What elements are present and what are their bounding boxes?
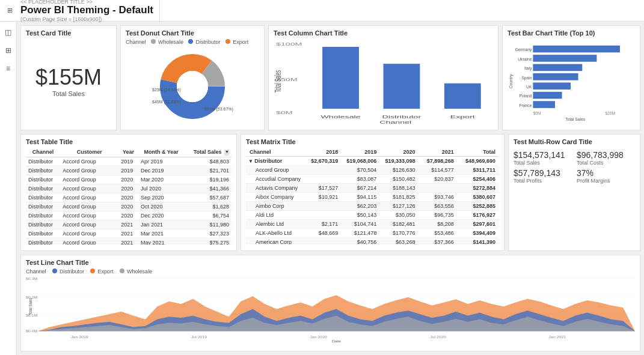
matrix-cell-value: $63,556 — [419, 202, 458, 211]
test-card-label: Total Sales — [52, 90, 85, 97]
matrix-cell-value — [306, 202, 342, 211]
multirow-cell: $57,789,143Total Profits — [514, 168, 572, 184]
mth-2021: 2021 — [419, 148, 458, 157]
multirow-title: Test Multi-Row Card Title — [514, 138, 635, 145]
table-cell: Jan 2021 — [138, 220, 184, 229]
expand-icon[interactable]: ▼ — [248, 159, 254, 164]
mth-2020: 2020 — [380, 148, 419, 157]
table-cell: 2020 — [118, 175, 138, 184]
th-channel: Channel — [26, 148, 60, 157]
matrix-cell-value: $70,504 — [342, 166, 380, 175]
nav-icon-2[interactable]: ⊞ — [5, 6, 14, 16]
table-card: Test Table Title Channel Customer Year M… — [20, 134, 237, 251]
line-x-jan19: Jan 2019 — [71, 335, 88, 339]
matrix-cell-label: ALK-Abello Ltd — [246, 229, 306, 238]
table-cell: $11,980 — [184, 220, 232, 229]
matrix-cell-value — [306, 211, 342, 220]
bar-fill-ukraine — [533, 55, 596, 62]
table-cell: Accord Group — [60, 202, 118, 211]
matrix-cell-value: $96,735 — [419, 211, 458, 220]
table-cell: Distributor — [26, 229, 60, 238]
matrix-cell-value: $94,115 — [342, 193, 380, 202]
matrix-cell-label: American Corp — [246, 238, 306, 245]
table-row: DistributorAccord Group2020Jul 2020$41,3… — [26, 184, 232, 193]
bar-label-poland: Poland — [519, 94, 532, 98]
table-cell: Distributor — [26, 184, 60, 193]
line-x-jul19: Jul 2019 — [191, 335, 207, 339]
matrix-row: Aimbo Corp$62,203$127,126$63,556$252,885 — [246, 202, 499, 211]
matrix-cell-value: $37,366 — [419, 238, 458, 245]
table-cell: Mar 2020 — [138, 175, 184, 184]
data-table: Channel Customer Year Month & Year Total… — [26, 148, 232, 244]
column-card: Test Column Chart Title $100M $50M $0M T… — [268, 25, 498, 130]
col-channel-label: Channel — [379, 120, 411, 124]
matrix-body: ▼ Distributor$2,670,319$19,068,006$19,33… — [246, 157, 499, 245]
multirow-value: $96,783,998 — [577, 150, 635, 160]
bar-label-italy: Italy — [524, 66, 532, 71]
matrix-cell-value: $30,050 — [380, 211, 419, 220]
donut-label-3: $83M (53.67%) — [204, 107, 233, 112]
matrix-cell-value: $121,478 — [342, 229, 380, 238]
nav-left: << PLACEHOLDER TITLE >> Power BI Theming… — [20, 0, 160, 22]
table-cell: Dec 2019 — [138, 166, 184, 175]
table-scroll[interactable]: Channel Customer Year Month & Year Total… — [26, 148, 232, 244]
table-cell: 2021 — [118, 229, 138, 238]
table-cell: 2021 — [118, 238, 138, 244]
sidebar-icon-3[interactable]: ≡ — [2, 62, 14, 74]
matrix-cell-value: $17,527 — [306, 184, 342, 193]
donut-title: Test Donut Chart Title — [126, 29, 259, 37]
matrix-cell-value: $50,143 — [342, 211, 380, 220]
bar-fill-france — [533, 101, 555, 108]
table-cell: 2020 — [118, 193, 138, 202]
matrix-cell-label: Accord Group — [246, 166, 306, 175]
table-cell: Jul 2020 — [138, 184, 184, 193]
table-cell: May 2021 — [138, 238, 184, 244]
sidebar-icon-1[interactable]: ◫ — [2, 26, 14, 38]
table-cell: 2020 — [118, 211, 138, 220]
matrix-cell-value: $150,482 — [380, 175, 419, 184]
table-cell: Accord Group — [60, 220, 118, 229]
matrix-cell-value: $311,711 — [458, 166, 499, 175]
col-x-label-2: Distributor — [382, 115, 422, 120]
table-cell: $21,701 — [184, 166, 232, 175]
table-cell: Accord Group — [60, 175, 118, 184]
mth-2019: 2019 — [342, 148, 380, 157]
matrix-cell-value: $176,927 — [458, 211, 499, 220]
bar-y-axis-label: Country — [509, 74, 514, 88]
column-svg: $100M $50M $0M Total Sales Wholesale Dis — [274, 39, 493, 124]
table-cell: Distributor — [26, 166, 60, 175]
test-card: Test Card Title $155M Total Sales — [20, 25, 117, 130]
donut-legend-distributor: Distributor — [188, 39, 221, 45]
table-cell: $19,196 — [184, 175, 232, 184]
table-row: DistributorAccord Group2020Dec 2020$6,75… — [26, 211, 232, 220]
donut-area: $23M (14.64%) $49M (31.68%) $83M (53.67%… — [126, 47, 259, 125]
line-svg: $0.3M $0.2M $0.1M $0.0M Total Sales — [26, 276, 635, 342]
table-cell: Accord Group — [60, 229, 118, 238]
bottom-section: Test Line Chart Title Channel Distributo… — [20, 255, 640, 351]
table-cell: 2020 — [118, 184, 138, 193]
sidebar-icon-2[interactable]: ⊞ — [2, 44, 14, 56]
matrix-row: Accudial Company$83,087$150,482$20,837$2… — [246, 175, 499, 184]
bar-fill-uk — [533, 82, 571, 90]
line-legend-wholesale: Wholesale — [120, 269, 153, 275]
matrix-row: Alembic Ltd$2,171$104,741$182,481$8,208$… — [246, 220, 499, 229]
matrix-cell-value: $2,171 — [306, 220, 342, 229]
bar-svg: Country Germany Ukraine Italy Spain UK P… — [508, 39, 635, 124]
table-cell: Accord Group — [60, 211, 118, 220]
matrix-cell-label: ▼ Distributor — [246, 157, 306, 166]
mth-total: Total — [458, 148, 499, 157]
matrix-cell-value: $67,214 — [342, 184, 380, 193]
line-dist-dot — [52, 269, 57, 273]
nav-icon-1[interactable]: ≡ — [5, 0, 14, 2]
matrix-cell-label: Accudial Company — [246, 175, 306, 184]
multirow-value: $57,789,143 — [514, 168, 572, 178]
table-cell: Accord Group — [60, 238, 118, 244]
matrix-cell-value: $141,390 — [458, 238, 499, 245]
table-cell: Distributor — [26, 202, 60, 211]
table-cell: Distributor — [26, 193, 60, 202]
sort-btn[interactable]: ▼ — [224, 150, 229, 156]
line-legend-channel: Channel — [26, 269, 46, 275]
table-header-row: Channel Customer Year Month & Year Total… — [26, 148, 232, 157]
matrix-scroll[interactable]: Channel 2018 2019 2020 2021 Total ▼ Dist… — [246, 148, 499, 244]
matrix-row: Aibox Company$10,921$94,115$181,825$93,7… — [246, 193, 499, 202]
